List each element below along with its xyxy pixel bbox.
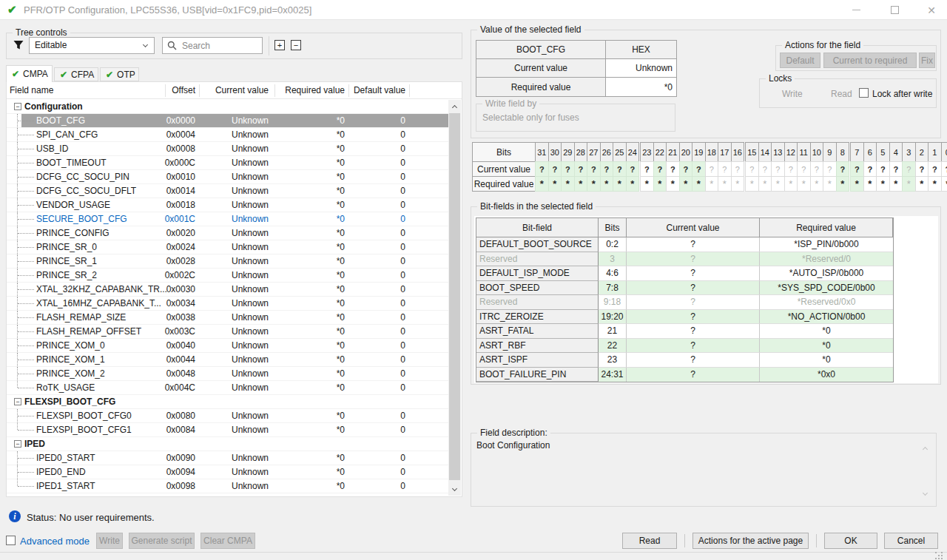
bit-23-required[interactable]: * [640,176,654,192]
bitfield-row-BOOT_SPEED-7:8[interactable]: BOOT_SPEED7:8?*SYS_SPD_CODE/0b00 [476,281,893,296]
required-value-cell[interactable]: *0 [606,78,676,96]
bit-27-required[interactable]: * [587,176,601,192]
bitfield-row-Reserved-3[interactable]: Reserved3?*Reserved/0 [476,252,893,267]
tree-row-RoTK_USAGE[interactable]: RoTK_USAGE0x004CUnknown*00 [7,381,449,395]
bit-31-required[interactable]: * [535,176,549,192]
bitfield-row-Reserved-9:18[interactable]: Reserved9:18?*Reserved/0x0 [476,295,893,310]
bit-4-required[interactable]: * [889,176,903,192]
bitfield-row-ASRT_ISPF-23[interactable]: ASRT_ISPF23?*0 [476,353,893,368]
bit-2-required[interactable]: * [915,176,929,192]
tab-cmpa[interactable]: ✔ CMPA [6,65,53,82]
bit-18-required[interactable]: * [705,176,719,192]
collapse-expander-icon[interactable]: − [14,103,21,110]
actions-for-active-page-button[interactable]: Actions for the active page [692,533,809,549]
bit-24-required[interactable]: * [626,176,640,192]
bit-20-required[interactable]: * [679,176,693,192]
clear-cmpa-button[interactable]: Clear CMPA [200,533,255,549]
scrollbar-thumb[interactable] [449,113,460,480]
tree-row-BOOT_TIMEOUT[interactable]: BOOT_TIMEOUT0x000CUnknown*00 [7,156,449,170]
collapse-expander-icon[interactable]: − [14,398,21,405]
bitfield-row-ASRT_RBF-22[interactable]: ASRT_RBF22?*0 [476,339,893,354]
tree-row-PRINCE_SR_0[interactable]: PRINCE_SR_00x0024Unknown*00 [7,240,449,254]
bitfield-required[interactable]: *Reserved/0 [760,252,893,267]
bit-6-required[interactable]: * [863,176,877,192]
bitfield-required[interactable]: *SYS_SPD_CODE/0b00 [760,281,893,296]
tree-row-PRINCE_CONFIG[interactable]: PRINCE_CONFIG0x0020Unknown*00 [7,226,449,240]
bitfield-required[interactable]: *0x0 [760,368,893,382]
ok-button[interactable]: OK [824,533,877,549]
bit-9-required[interactable]: * [823,176,837,192]
tree-group-Configuration[interactable]: −Configuration [7,100,449,114]
fix-button[interactable]: Fix [919,53,935,68]
tree-scrollbar[interactable] [448,100,461,496]
bitfield-required[interactable]: *NO_ACTION/0b00 [760,310,893,325]
bit-19-required[interactable]: * [692,176,706,192]
tree-row-DCFG_CC_SOCU_PIN[interactable]: DCFG_CC_SOCU_PIN0x0010Unknown*00 [7,170,449,184]
tree-row-XTAL_16MHZ_CAPABANK_T...[interactable]: XTAL_16MHZ_CAPABANK_T...0x0034Unknown*00 [7,297,449,311]
scroll-up-icon[interactable] [448,100,461,112]
bit-14-required[interactable]: * [758,176,772,192]
tree-row-FLEXSPI_BOOT_CFG1[interactable]: FLEXSPI_BOOT_CFG10x0084Unknown*00 [7,423,449,437]
tree-row-VENDOR_USAGE[interactable]: VENDOR_USAGE0x0018Unknown*00 [7,198,449,212]
search-input[interactable] [162,37,263,54]
bitfield-required[interactable]: *AUTO_ISP/0b000 [760,266,893,281]
read-button[interactable]: Read [622,533,677,549]
bit-15-required[interactable]: * [745,176,759,192]
tree-group-FLEXSPI_BOOT_CFG[interactable]: −FLEXSPI_BOOT_CFG [7,395,449,409]
bitfield-required[interactable]: *0 [760,339,893,354]
bitfield-row-BOOT_FAILURE_PIN-24:31[interactable]: BOOT_FAILURE_PIN24:31?*0x0 [476,368,893,382]
bitfield-row-ITRC_ZEROIZE-19:20[interactable]: ITRC_ZEROIZE19:20?*NO_ACTION/0b00 [476,310,893,325]
bit-17-required[interactable]: * [718,176,732,192]
current-to-required-button[interactable]: Current to required [823,53,917,68]
tree-row-FLEXSPI_BOOT_CFG0[interactable]: FLEXSPI_BOOT_CFG00x0080Unknown*00 [7,409,449,423]
bitfield-required[interactable]: *Reserved/0x0 [760,295,893,310]
bit-5-required[interactable]: * [876,176,890,192]
bit-10-required[interactable]: * [810,176,824,192]
bit-29-required[interactable]: * [561,176,575,192]
maximize-icon[interactable] [882,0,907,20]
bitfield-row-ASRT_FATAL-21[interactable]: ASRT_FATAL21?*0 [476,324,893,339]
bit-25-required[interactable]: * [613,176,627,192]
tree-row-XTAL_32KHZ_CAPABANK_TR...[interactable]: XTAL_32KHZ_CAPABANK_TR...0x0030Unknown*0… [7,283,449,297]
tree-row-PRINCE_SR_2[interactable]: PRINCE_SR_20x002CUnknown*00 [7,269,449,283]
bit-13-required[interactable]: * [771,176,785,192]
scroll-down-icon[interactable] [923,490,928,496]
close-icon[interactable]: ✕ [919,0,944,20]
tree-row-FLASH_REMAP_SIZE[interactable]: FLASH_REMAP_SIZE0x0038Unknown*00 [7,311,449,325]
bit-22-required[interactable]: * [653,176,667,192]
tree-row-DCFG_CC_SOCU_DFLT[interactable]: DCFG_CC_SOCU_DFLT0x0014Unknown*00 [7,184,449,198]
bit-21-required[interactable]: * [666,176,680,192]
tree-row-FLASH_REMAP_OFFSET[interactable]: FLASH_REMAP_OFFSET0x003CUnknown*00 [7,325,449,339]
bit-16-required[interactable]: * [731,176,745,192]
tree-group-IPED[interactable]: −IPED [7,437,449,451]
tree-row-BOOT_CFG[interactable]: BOOT_CFG0x0000Unknown*00 [7,114,449,128]
minimize-icon[interactable] [843,0,869,20]
advanced-mode-label[interactable]: Advanced mode [20,536,90,547]
bit-8-required[interactable]: * [836,176,850,192]
bitfield-required[interactable]: *0 [760,324,893,339]
lock-after-write-checkbox[interactable] [859,88,869,98]
tree-row-PRINCE_XOM_1[interactable]: PRINCE_XOM_10x0044Unknown*00 [7,353,449,367]
tree-row-PRINCE_XOM_0[interactable]: PRINCE_XOM_00x0040Unknown*00 [7,339,449,353]
write-button[interactable]: Write [96,533,123,549]
tree-row-SECURE_BOOT_CFG[interactable]: SECURE_BOOT_CFG0x001CUnknown*00 [7,212,449,226]
bit-12-required[interactable]: * [784,176,798,192]
tree-row-IPED0_END[interactable]: IPED0_END0x0094Unknown*00 [7,465,449,479]
bit-7-required[interactable]: * [850,176,864,192]
tree-row-USB_ID[interactable]: USB_ID0x0008Unknown*00 [7,142,449,156]
bit-26-required[interactable]: * [600,176,614,192]
tree-row-PRINCE_XOM_2[interactable]: PRINCE_XOM_20x0048Unknown*00 [7,367,449,381]
scroll-up-icon[interactable] [923,447,928,452]
bitfield-required[interactable]: *0 [760,353,893,368]
tab-otp[interactable]: ✔ OTP [100,67,139,81]
tree-row-SPI_CAN_CFG[interactable]: SPI_CAN_CFG0x0004Unknown*00 [7,128,449,142]
tree-row-PRINCE_SR_1[interactable]: PRINCE_SR_10x0028Unknown*00 [7,254,449,269]
collapse-expander-icon[interactable]: − [14,440,21,448]
scroll-down-icon[interactable] [448,483,461,496]
bitfield-row-DEFAULT_ISP_MODE-4:6[interactable]: DEFAULT_ISP_MODE4:6?*AUTO_ISP/0b000 [476,266,893,281]
tab-cfpa[interactable]: ✔ CFPA [54,67,98,81]
bit-3-required[interactable]: * [902,176,916,192]
tree-row-IPED0_START[interactable]: IPED0_START0x0090Unknown*00 [7,451,449,465]
bit-0-required[interactable]: * [941,176,947,192]
advanced-mode-checkbox[interactable] [6,536,16,545]
